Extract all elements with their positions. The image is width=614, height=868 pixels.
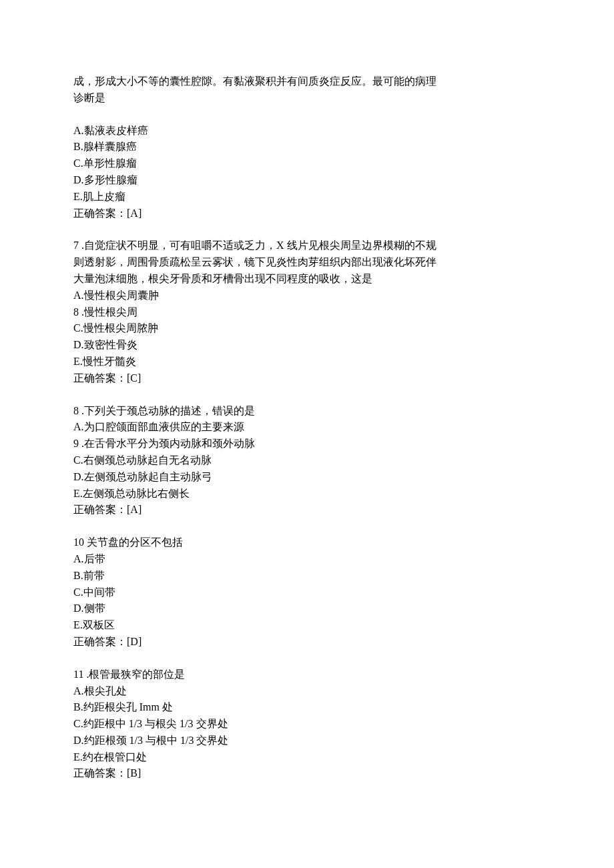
answer-label: 正确答案：[B] xyxy=(73,765,541,782)
question-stem-line: 则透射影，周围骨质疏松呈云雾状，镜下见炎性肉芽组织内部出现液化坏死伴 xyxy=(73,254,541,271)
option-a: A.根尖孔处 xyxy=(73,683,541,700)
option-c: C.约距根中 1/3 与根尖 1/3 交界处 xyxy=(73,716,541,733)
option-a: A.后带 xyxy=(73,551,541,568)
option-d: D.左侧颈总动脉起自主动脉弓 xyxy=(73,469,541,486)
question-11: 11 .根管最狭窄的部位是 A.根尖孔处 B.约距根尖孔 Imm 处 C.约距根… xyxy=(73,667,541,783)
question-stem-line: 11 .根管最狭窄的部位是 xyxy=(73,667,541,683)
question-stem-line: 8 .下列关于颈总动脉的描述，错误的是 xyxy=(73,403,541,420)
option-b: 8 .慢性根尖周 xyxy=(73,304,541,321)
question-8: 8 .下列关于颈总动脉的描述，错误的是 A.为口腔颌面部血液供应的主要来源 9 … xyxy=(73,403,541,519)
answer-label: 正确答案：[A] xyxy=(73,205,541,222)
question-6: 成，形成大小不等的囊性腔隙。有黏液聚积并有间质炎症反应。最可能的病理 诊断是 xyxy=(73,73,541,107)
page-content: 成，形成大小不等的囊性腔隙。有黏液聚积并有间质炎症反应。最可能的病理 诊断是 A… xyxy=(0,0,614,868)
question-stem-line: 成，形成大小不等的囊性腔隙。有黏液聚积并有间质炎症反应。最可能的病理 xyxy=(73,73,541,90)
option-b: B.约距根尖孔 Imm 处 xyxy=(73,699,541,716)
question-stem-line: 10 关节盘的分区不包括 xyxy=(73,534,541,551)
option-b: B.前带 xyxy=(73,568,541,584)
option-c: C.单形性腺瘤 xyxy=(73,155,541,172)
option-d: D.多形性腺瘤 xyxy=(73,172,541,189)
question-6-options: A.黏液表皮样癌 B.腺样囊腺癌 C.单形性腺瘤 D.多形性腺瘤 E.肌上皮瘤 … xyxy=(73,123,541,222)
option-e: E.肌上皮瘤 xyxy=(73,189,541,205)
option-d: D.致密性骨炎 xyxy=(73,337,541,354)
question-stem-line: 7 .自觉症状不明显，可有咀嚼不适或乏力，X 线片见根尖周呈边界模糊的不规 xyxy=(73,238,541,254)
option-a: A.黏液表皮样癌 xyxy=(73,123,541,139)
option-a: A.为口腔颌面部血液供应的主要来源 xyxy=(73,419,541,436)
answer-label: 正确答案：[A] xyxy=(73,502,541,518)
option-e: E.左侧颈总动脉比右侧长 xyxy=(73,486,541,502)
option-d: D.侧带 xyxy=(73,600,541,617)
option-c: C.中间带 xyxy=(73,584,541,601)
option-e: E.慢性牙髓炎 xyxy=(73,354,541,370)
question-stem-line: 大量泡沫细胞，根尖牙骨质和牙槽骨出现不同程度的吸收，这是 xyxy=(73,271,541,288)
answer-label: 正确答案：[D] xyxy=(73,634,541,650)
option-e: E.约在根管口处 xyxy=(73,749,541,766)
question-7: 7 .自觉症状不明显，可有咀嚼不适或乏力，X 线片见根尖周呈边界模糊的不规 则透… xyxy=(73,238,541,386)
option-b: 9 .在舌骨水平分为颈内动脉和颈外动脉 xyxy=(73,436,541,452)
option-b: B.腺样囊腺癌 xyxy=(73,139,541,155)
option-a: A.慢性根尖周囊肿 xyxy=(73,288,541,304)
option-d: D.约距根颈 1/3 与根中 1/3 交界处 xyxy=(73,733,541,749)
option-e: E.双板区 xyxy=(73,617,541,634)
option-c: C.慢性根尖周脓肿 xyxy=(73,320,541,337)
question-stem-line: 诊断是 xyxy=(73,90,541,107)
answer-label: 正确答案：[C] xyxy=(73,370,541,387)
question-10: 10 关节盘的分区不包括 A.后带 B.前带 C.中间带 D.侧带 E.双板区 … xyxy=(73,534,541,650)
option-c: C.右侧颈总动脉起自无名动脉 xyxy=(73,452,541,469)
